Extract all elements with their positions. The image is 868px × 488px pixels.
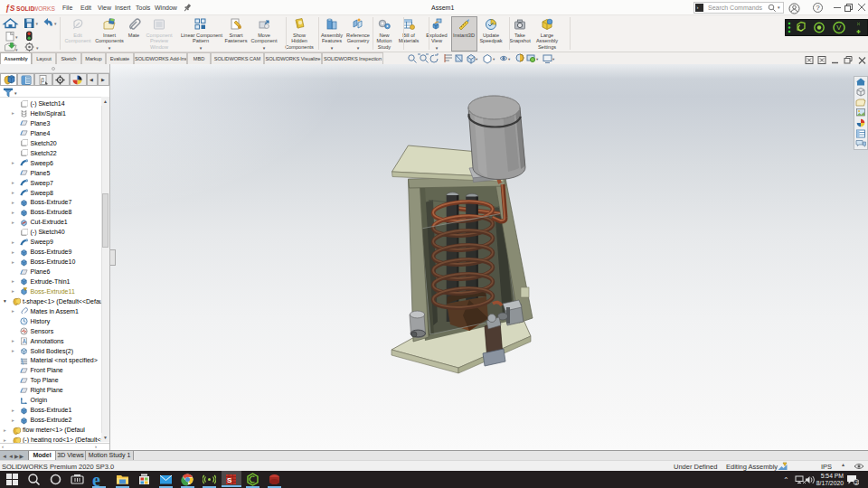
svg-text:WORKS: WORKS bbox=[33, 5, 56, 12]
svg-text:▾: ▾ bbox=[552, 57, 555, 61]
svg-text:S: S bbox=[227, 476, 232, 484]
svg-text:▾: ▾ bbox=[476, 57, 478, 61]
svg-text:▾: ▾ bbox=[36, 45, 39, 51]
svg-text:V: V bbox=[836, 23, 841, 32]
svg-text:▾: ▾ bbox=[508, 57, 511, 61]
svg-text:▾: ▾ bbox=[536, 57, 539, 61]
svg-text:ƒS: ƒS bbox=[5, 4, 15, 13]
svg-text:▾: ▾ bbox=[15, 47, 18, 52]
svg-text:▾: ▾ bbox=[15, 34, 18, 40]
svg-text:▾: ▾ bbox=[493, 57, 495, 61]
svg-text:▾: ▾ bbox=[54, 21, 57, 26]
svg-text:β: β bbox=[41, 77, 44, 84]
svg-text:▾: ▾ bbox=[36, 21, 39, 26]
svg-text:▾: ▾ bbox=[14, 90, 17, 96]
